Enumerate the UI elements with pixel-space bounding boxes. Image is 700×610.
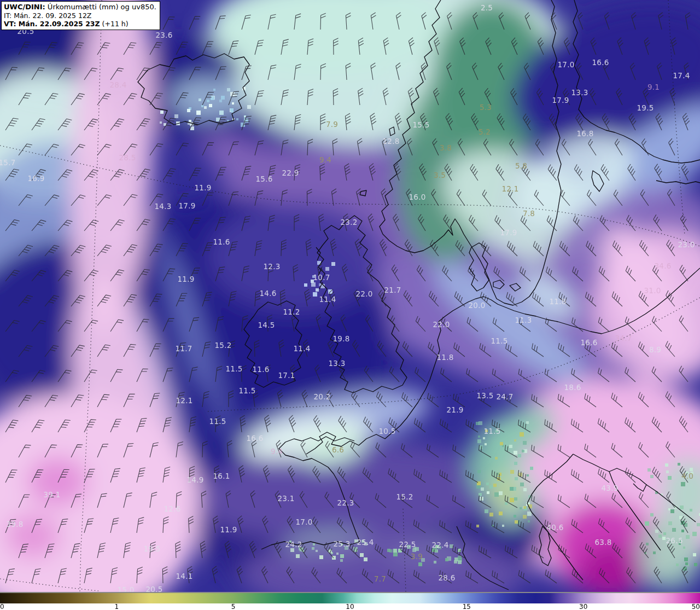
colorbar: 01510153050 xyxy=(0,592,700,610)
colorbar-tick-label: 5 xyxy=(231,603,236,610)
weather-map-screen: 20.523.62.515.716.911.914.317.915.622.92… xyxy=(0,0,700,610)
map-area: 20.523.62.515.716.911.914.317.915.622.92… xyxy=(0,0,700,592)
info-box: UWC/DINI: Úrkomumætti (mm) og uv850. IT:… xyxy=(1,1,160,30)
colorbar-tick-label: 30 xyxy=(579,603,587,610)
colorbar-gradient xyxy=(0,592,700,603)
model-title-line: UWC/DINI: Úrkomumætti (mm) og uv850. xyxy=(4,3,156,11)
colorbar-tick-labels: 01510153050 xyxy=(0,603,700,610)
colorbar-tick-label: 10 xyxy=(346,603,354,610)
precipitation-wind-map xyxy=(0,0,700,592)
init-time-line: IT: Mán. 22. 09. 2025 12Z xyxy=(4,11,156,20)
colorbar-tick-label: 50 xyxy=(692,603,700,610)
colorbar-tick-label: 15 xyxy=(463,603,471,610)
colorbar-tick-label: 1 xyxy=(115,603,119,610)
valid-time-line: VT: Mán. 22.09.2025 23Z (+11 h) xyxy=(4,20,156,28)
colorbar-tick-label: 0 xyxy=(0,603,4,610)
